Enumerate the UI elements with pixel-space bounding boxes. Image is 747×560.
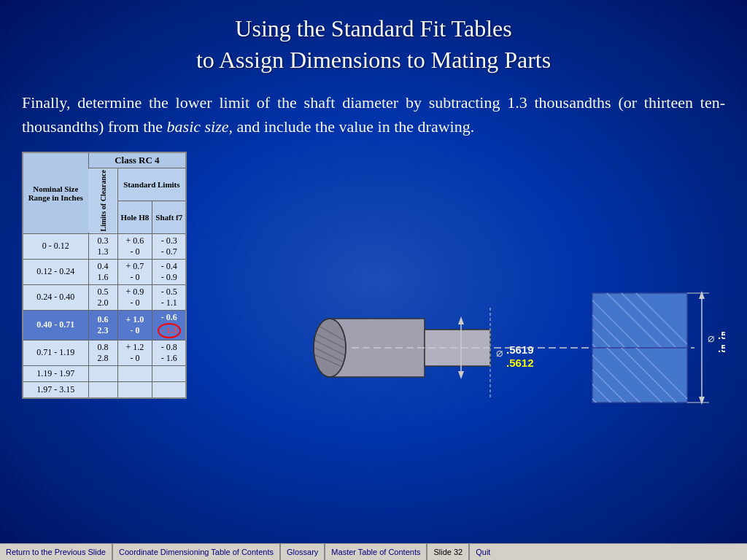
class-header: Class RC 4 xyxy=(88,152,186,168)
table-row-hole: + 0.7- 0 xyxy=(117,259,152,284)
title-line2: to Assign Dimensions to Mating Parts xyxy=(196,47,551,73)
table-row-range: 0.12 - 0.24 xyxy=(23,259,88,284)
table-row-shaft: - 0.5- 1.1 xyxy=(152,284,186,310)
quit-btn[interactable]: Quit xyxy=(470,544,496,560)
table-row-range: 1.19 - 1.97 xyxy=(23,365,88,381)
table-row: 0.40 - 0.710.62.3+ 1.0- 0- 0.6- 1.3 xyxy=(23,310,186,340)
table-row-limits xyxy=(88,381,117,398)
table-row-hole: + 0.6- 0 xyxy=(117,233,152,259)
table-row-shaft: - 0.3- 0.7 xyxy=(152,233,186,259)
table-row-hole: + 1.2- 0 xyxy=(117,340,152,365)
table-row-shaft: - 0.8- 1.6 xyxy=(152,340,186,365)
master-table-btn[interactable]: Master Table of Contents xyxy=(325,544,427,560)
engineering-diagram: ⌀ .5619 .5612 xyxy=(299,246,725,450)
glossary-btn[interactable]: Glossary xyxy=(281,544,325,560)
table-row-range: 0.40 - 0.71 xyxy=(23,310,88,340)
table-row: 1.97 - 3.15 xyxy=(23,381,186,398)
table-row: 0.12 - 0.240.41.6+ 0.7- 0- 0.4- 0.9 xyxy=(23,259,186,284)
table-row: 1.19 - 1.97 xyxy=(23,365,186,381)
coord-table-btn[interactable]: Coordinate Dimensioning Table of Content… xyxy=(113,544,281,560)
nominal-header: Nominal Size Range in Inches xyxy=(23,152,88,233)
prev-slide-btn[interactable]: Return to the Previous Slide xyxy=(0,544,113,560)
main-content-row: Nominal Size Range in Inches Class RC 4 … xyxy=(22,152,725,543)
table-row-shaft xyxy=(152,381,186,398)
table-row-hole xyxy=(117,365,152,381)
limits-header: Limits of Clearance xyxy=(88,168,117,233)
svg-rect-25 xyxy=(592,348,687,402)
table-row-hole: + 1.0- 0 xyxy=(117,310,152,340)
table-row-shaft xyxy=(152,365,186,381)
table-row-range: 0 - 0.12 xyxy=(23,233,88,259)
svg-rect-15 xyxy=(592,293,687,348)
shaft-header: Shaft f7 xyxy=(152,201,186,234)
diameter-symbol-right: ⌀ xyxy=(708,332,715,344)
master-table-link[interactable]: Master Table of Contents xyxy=(331,548,420,556)
quit-link[interactable]: Quit xyxy=(476,548,490,556)
table-row-range: 1.97 - 3.15 xyxy=(23,381,88,398)
table-row-hole xyxy=(117,381,152,398)
table-row-limits: 0.82.8 xyxy=(88,340,117,365)
content-area: Finally, determine the lower limit of th… xyxy=(0,83,747,543)
title-area: Using the Standard Fit Tables to Assign … xyxy=(0,0,747,83)
paragraph-italic: basic size xyxy=(167,117,229,136)
table-row: 0.71 - 1.190.82.8+ 1.2- 0- 0.8- 1.6 xyxy=(23,340,186,365)
table-row-range: 0.71 - 1.19 xyxy=(23,340,88,365)
slide-num-text: Slide 32 xyxy=(433,548,462,556)
table-row: 0.24 - 0.400.52.0+ 0.9- 0- 0.5- 1.1 xyxy=(23,284,186,310)
table-row-shaft: - 0.6- 1.3 xyxy=(152,310,186,340)
slide-container: Using the Standard Fit Tables to Assign … xyxy=(0,0,747,560)
dim1-upper: .5619 xyxy=(506,343,534,356)
table-row-range: 0.24 - 0.40 xyxy=(23,284,88,310)
table-section: Nominal Size Range in Inches Class RC 4 … xyxy=(22,152,285,543)
fit-table: Nominal Size Range in Inches Class RC 4 … xyxy=(22,152,187,398)
table-row-limits: 0.52.0 xyxy=(88,284,117,310)
table-row-limits: 0.62.3 xyxy=(88,310,117,340)
main-paragraph: Finally, determine the lower limit of th… xyxy=(22,90,725,139)
coord-table-link[interactable]: Coordinate Dimensioning Table of Content… xyxy=(119,548,274,556)
slide-title: Using the Standard Fit Tables to Assign … xyxy=(29,13,718,76)
glossary-link[interactable]: Glossary xyxy=(287,548,318,556)
table-row-limits: 0.41.6 xyxy=(88,259,117,284)
title-line1: Using the Standard Fit Tables xyxy=(235,15,511,42)
table-row: 0 - 0.120.31.3+ 0.6- 0- 0.3- 0.7 xyxy=(23,233,186,259)
dim2-upper: .5635 xyxy=(718,329,725,341)
dim1-lower: .5612 xyxy=(506,357,534,369)
diagram-section: ⌀ .5619 .5612 xyxy=(299,152,725,543)
std-limits-header: Standard Limits xyxy=(117,168,186,201)
table-row-limits: 0.31.3 xyxy=(88,233,117,259)
hole-header: Hole H8 xyxy=(117,201,152,234)
table-row-limits xyxy=(88,365,117,381)
slide-number: Slide 32 xyxy=(427,544,470,560)
table-row-shaft: - 0.4- 0.9 xyxy=(152,259,186,284)
bottom-bar: Return to the Previous Slide Coordinate … xyxy=(0,543,747,560)
dim2-lower: .5625 xyxy=(718,342,725,354)
prev-slide-link[interactable]: Return to the Previous Slide xyxy=(6,548,106,556)
table-row-hole: + 0.9- 0 xyxy=(117,284,152,310)
paragraph-text2: , and include the value in the drawing. xyxy=(229,117,475,136)
